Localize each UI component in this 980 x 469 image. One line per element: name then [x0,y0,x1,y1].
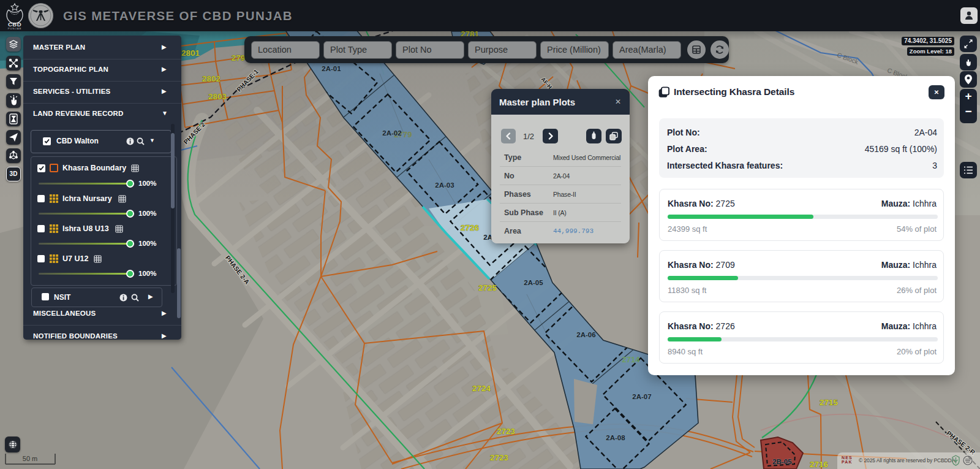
svg-text:50 m: 50 m [23,455,37,462]
svg-text:PUNJAB: PUNJAB [8,27,22,30]
svg-text:2716: 2716 [810,460,829,469]
svg-text:2A-07: 2A-07 [632,393,651,400]
svg-text:2725: 2725 [478,283,497,292]
svg-text:2A-08: 2A-08 [606,434,625,441]
svg-text:2A-05: 2A-05 [524,279,543,286]
svg-text:2715: 2715 [820,398,839,407]
svg-text:2723: 2723 [490,453,509,462]
svg-text:2A-06: 2A-06 [576,331,595,338]
svg-text:2724: 2724 [472,384,491,393]
svg-text:2723: 2723 [497,427,516,436]
svg-text:2726: 2726 [461,223,480,232]
svg-text:2B-05: 2B-05 [772,458,792,465]
svg-text:2714: 2714 [622,355,641,364]
